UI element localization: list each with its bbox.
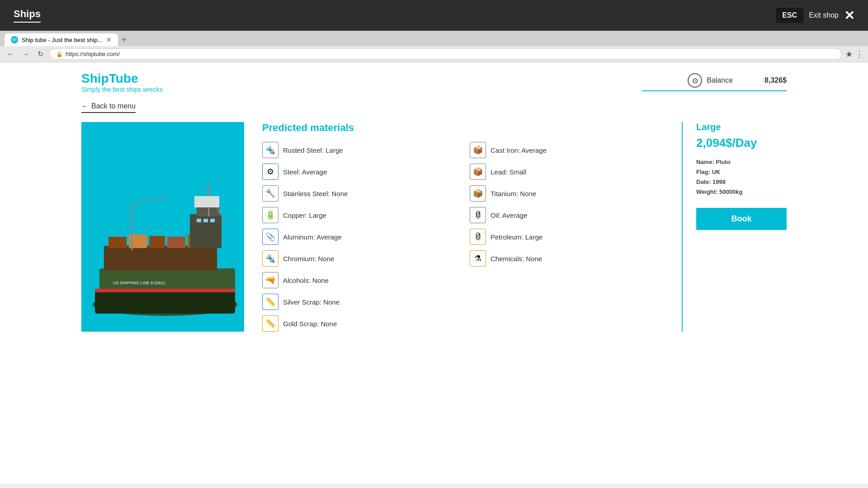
- list-item: 🔋 Copper: Large: [262, 207, 452, 223]
- gold-scrap-label: Gold Scrap: None: [283, 320, 337, 328]
- address-bar[interactable]: 🔒 https://shiptube.com/: [49, 48, 842, 60]
- ship-price: 2,094$/Day: [696, 136, 787, 150]
- browser-chrome: ST Ship tube - Just the best ship... ✕ +…: [0, 31, 868, 62]
- brand-tagline: Simply the best ships wrecks: [81, 86, 163, 93]
- forward-nav-button[interactable]: →: [20, 49, 32, 59]
- titanium-icon: 📦: [470, 185, 486, 202]
- chemicals-label: Chemicals: None: [491, 255, 542, 263]
- stainless-steel-label: Stainless Steel: None: [283, 190, 348, 197]
- game-title: Ships: [14, 8, 41, 23]
- alcohols-icon: 🔫: [262, 272, 278, 288]
- chromium-icon: 🔩: [262, 250, 278, 267]
- list-item: 📦 Titanium: None: [470, 185, 659, 202]
- name-label: Name: Pluto: [696, 159, 731, 165]
- silver-scrap-icon: 📏: [262, 294, 278, 310]
- back-arrow-icon: ←: [81, 102, 89, 110]
- rusted-steel-icon: 🔩: [262, 142, 278, 158]
- brand-name: ShipTube: [81, 71, 163, 86]
- svg-rect-2: [95, 291, 235, 314]
- silver-scrap-label: Silver Scrap: None: [283, 298, 340, 306]
- list-item: 📦 Cast Iron: Average: [470, 142, 659, 158]
- alcohols-label: Alcohols: None: [283, 277, 329, 284]
- petroleum-label: Petroleum: Large: [491, 233, 542, 241]
- url-text: https://shiptube.com/: [66, 51, 120, 57]
- close-button[interactable]: ✕: [844, 8, 854, 23]
- browser-tab[interactable]: ST Ship tube - Just the best ship... ✕: [5, 33, 118, 46]
- gold-scrap-icon: 📏: [262, 315, 278, 332]
- browser-addressbar: ← → ↻ 🔒 https://shiptube.com/ ★ ⋮: [0, 46, 868, 62]
- ship-image-area: US SHIPPING LINE 8-22611: [81, 122, 244, 332]
- tab-close-button[interactable]: ✕: [106, 36, 112, 43]
- date-label: Date: 1998: [696, 178, 726, 185]
- browser-menu-button[interactable]: ⋮: [855, 49, 863, 59]
- site-header: ShipTube Simply the best ships wrecks ⊙ …: [81, 71, 787, 93]
- page-content: ShipTube Simply the best ships wrecks ⊙ …: [0, 62, 868, 483]
- svg-rect-20: [95, 289, 235, 292]
- reload-button[interactable]: ↻: [35, 49, 46, 59]
- ship-info: Name: Pluto Flag: UK Date: 1998 Weight: …: [696, 157, 787, 197]
- main-grid: US SHIPPING LINE 8-22611 Predicted mater…: [81, 122, 787, 332]
- list-item: 🔫 Alcohols: None: [262, 272, 452, 288]
- esc-button[interactable]: ESC: [776, 8, 803, 23]
- back-label: Back to menu: [91, 102, 136, 110]
- rusted-steel-label: Rusted Steel: Large: [283, 146, 343, 154]
- bookmark-button[interactable]: ★: [845, 49, 853, 59]
- materials-title: Predicted materials: [262, 122, 659, 134]
- list-item: 🛢 Oil: Average: [470, 207, 659, 223]
- aluminum-icon: 📎: [262, 229, 278, 245]
- materials-section: Predicted materials 🔩 Rusted Steel: Larg…: [244, 122, 677, 332]
- svg-text:US SHIPPING LINE 8-22611: US SHIPPING LINE 8-22611: [113, 281, 165, 285]
- list-item: ⚙ Steel: Average: [262, 164, 452, 180]
- materials-grid: 🔩 Rusted Steel: Large ⚙ Steel: Average 🔧…: [262, 142, 659, 332]
- svg-rect-6: [149, 236, 165, 248]
- list-item: 📎 Aluminum: Average: [262, 229, 452, 245]
- petroleum-icon: 🛢: [470, 229, 486, 245]
- balance-label: Balance: [707, 76, 733, 84]
- list-item: ⚗ Chemicals: None: [470, 250, 659, 267]
- balance-area: ⊙ Balance 8,326$: [642, 73, 787, 91]
- lock-icon: 🔒: [56, 51, 63, 57]
- copper-icon: 🔋: [262, 207, 278, 223]
- svg-rect-17: [203, 219, 208, 222]
- balance-value: 8,326$: [764, 76, 787, 84]
- vertical-divider: [682, 122, 683, 332]
- flag-label: Flag: UK: [696, 169, 720, 175]
- ship-svg: US SHIPPING LINE 8-22611: [81, 142, 244, 332]
- svg-rect-7: [167, 237, 185, 248]
- titanium-label: Titanium: None: [491, 190, 536, 197]
- list-item: 🛢 Petroleum: Large: [470, 229, 659, 245]
- lead-icon: 📦: [470, 164, 486, 180]
- svg-rect-12: [131, 205, 132, 250]
- tab-title: Ship tube - Just the best ship...: [22, 37, 103, 43]
- chromium-label: Chromium: None: [283, 255, 334, 263]
- lead-label: Lead: Small: [491, 168, 526, 176]
- steel-label: Steel: Average: [283, 168, 327, 176]
- balance-icon: ⊙: [688, 73, 702, 88]
- steel-icon: ⚙: [262, 164, 278, 180]
- list-item: 🔩 Chromium: None: [262, 250, 452, 267]
- svg-rect-18: [210, 219, 215, 222]
- list-item: 🔩 Rusted Steel: Large: [262, 142, 452, 158]
- book-button[interactable]: Book: [696, 208, 787, 230]
- oil-label: Oil: Average: [491, 211, 527, 219]
- svg-rect-15: [194, 196, 219, 207]
- list-item: 📏 Silver Scrap: None: [262, 294, 452, 310]
- list-item: 🔧 Stainless Steel: None: [262, 185, 452, 202]
- game-topbar: Ships ESC Exit shop ✕: [0, 0, 868, 31]
- brand-logo-area: ShipTube Simply the best ships wrecks: [81, 71, 163, 93]
- game-controls: ESC Exit shop ✕: [776, 8, 854, 23]
- list-item: 📏 Gold Scrap: None: [262, 315, 452, 332]
- copper-label: Copper: Large: [283, 211, 326, 219]
- ship-details-panel: Large 2,094$/Day Name: Pluto Flag: UK Da…: [687, 122, 787, 332]
- weight-label: Weight: 50000kg: [696, 188, 742, 195]
- new-tab-button[interactable]: +: [118, 35, 131, 45]
- back-to-menu-button[interactable]: ← Back to menu: [81, 102, 136, 113]
- cast-iron-label: Cast Iron: Average: [491, 146, 547, 154]
- back-nav-button[interactable]: ←: [5, 49, 16, 59]
- aluminum-label: Aluminum: Average: [283, 233, 342, 241]
- list-item: 📦 Lead: Small: [470, 164, 659, 180]
- svg-rect-3: [104, 246, 217, 271]
- cast-iron-icon: 📦: [470, 142, 486, 158]
- svg-rect-16: [197, 219, 201, 222]
- svg-rect-4: [108, 237, 127, 248]
